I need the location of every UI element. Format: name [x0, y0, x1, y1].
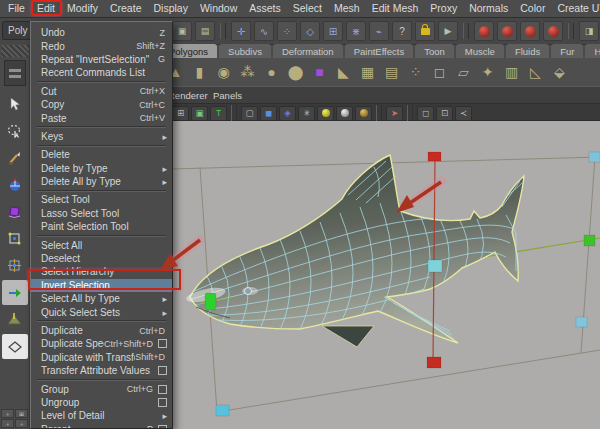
- poly-extrude-icon[interactable]: ✦: [476, 60, 499, 84]
- poly-grid-icon[interactable]: ▥: [500, 60, 523, 84]
- separate-view-icon[interactable]: ≺: [455, 106, 472, 121]
- poly-coins-icon[interactable]: ⁘: [404, 60, 427, 84]
- menu-edit-mesh[interactable]: Edit Mesh: [366, 0, 425, 17]
- menu-item-copy[interactable]: CopyCtrl+C: [31, 98, 172, 111]
- shelf-tab-toon[interactable]: Toon: [415, 44, 454, 58]
- shelf-tab-subdivs[interactable]: Subdivs: [219, 44, 271, 58]
- wireframe-mode-icon[interactable]: ▢: [241, 106, 258, 121]
- poly-bend-icon[interactable]: ⬙: [548, 60, 571, 84]
- option-box-icon[interactable]: [158, 366, 167, 375]
- menu-item-duplicate-with-transform[interactable]: Duplicate with TransformShift+D: [31, 351, 172, 364]
- menu-item-select-all[interactable]: Select All: [31, 238, 172, 251]
- status-group-divider[interactable]: [568, 23, 574, 39]
- menu-item-paint-selection-tool[interactable]: Paint Selection Tool: [31, 220, 172, 233]
- menu-normals[interactable]: Normals: [463, 0, 514, 17]
- menu-item-select-all-by-type[interactable]: Select All by Type: [31, 292, 172, 305]
- film-gate-icon[interactable]: ▣: [191, 106, 208, 121]
- status-group-divider[interactable]: [463, 23, 469, 39]
- heads-up-display-icon[interactable]: T: [210, 106, 227, 121]
- input-connections-icon[interactable]: ⋇: [346, 21, 366, 41]
- poly-cube-purple-icon[interactable]: ■: [308, 60, 331, 84]
- option-box-icon[interactable]: [158, 398, 167, 407]
- default-material-icon[interactable]: [317, 106, 334, 121]
- select-tool-icon[interactable]: [2, 91, 28, 116]
- all-lights-icon[interactable]: ✳: [298, 106, 315, 121]
- menu-item-group[interactable]: GroupCtrl+G: [31, 382, 172, 395]
- menu-item-lasso-select-tool[interactable]: Lasso Select Tool: [31, 207, 172, 220]
- menu-item-transfer-attribute-values[interactable]: Transfer Attribute Values: [31, 364, 172, 377]
- shelf-tab-hair[interactable]: Hair: [585, 44, 600, 58]
- menu-item-deselect[interactable]: Deselect: [31, 252, 172, 265]
- poly-boolean-icon[interactable]: ▤: [380, 60, 403, 84]
- layout-four-pane-button[interactable]: ⊞: [15, 409, 28, 418]
- panel-menu-panels[interactable]: Panels: [213, 87, 242, 104]
- menu-item-redo[interactable]: RedoShift+Z: [31, 39, 172, 52]
- ipr-render-icon[interactable]: [497, 21, 517, 41]
- textured-ball-icon[interactable]: [355, 106, 372, 121]
- snap-to-grid-icon[interactable]: ✛: [231, 21, 251, 41]
- poly-ball-icon[interactable]: ⬤: [284, 60, 307, 84]
- sidebar-toggle-icon[interactable]: ◨: [579, 21, 599, 41]
- select-hierarchy-mask-icon[interactable]: ▣: [172, 21, 192, 41]
- active-tool-icon[interactable]: [2, 280, 28, 305]
- shelf-tab-muscle[interactable]: Muscle: [456, 44, 504, 58]
- universal-manipulator-icon[interactable]: [2, 253, 28, 278]
- menu-mesh[interactable]: Mesh: [328, 0, 366, 17]
- panel-menu-renderer[interactable]: Renderer: [168, 87, 208, 104]
- layout-hypershade-button[interactable]: ＋: [15, 419, 28, 428]
- option-box-icon[interactable]: [158, 339, 167, 348]
- menu-proxy[interactable]: Proxy: [424, 0, 463, 17]
- rotate-tool-icon[interactable]: [2, 199, 28, 224]
- menu-item-parent[interactable]: ParentP: [31, 423, 172, 429]
- make-live-icon[interactable]: ⊞: [323, 21, 343, 41]
- menu-modify[interactable]: Modify: [61, 0, 104, 17]
- highlight-selection-icon[interactable]: ▶: [438, 21, 458, 41]
- menu-edit[interactable]: Edit: [31, 0, 61, 17]
- menu-item-cut[interactable]: CutCtrl+X: [31, 85, 172, 98]
- snap-to-point-icon[interactable]: ⁘: [277, 21, 297, 41]
- poly-scatter-icon[interactable]: ⁂: [236, 60, 259, 84]
- poly-sphere-icon[interactable]: ◉: [212, 60, 235, 84]
- shelf-tab-fluids[interactable]: Fluids: [506, 44, 549, 58]
- menu-item-repeat[interactable]: Repeat "InvertSelection"G: [31, 53, 172, 66]
- shelf-tab-painteffects[interactable]: PaintEffects: [345, 44, 414, 58]
- poly-wedge-icon[interactable]: ◣: [332, 60, 355, 84]
- menu-item-select-tool[interactable]: Select Tool: [31, 193, 172, 206]
- option-box-icon[interactable]: [158, 425, 167, 429]
- menu-item-keys[interactable]: Keys: [31, 130, 172, 143]
- camera-gate-icon[interactable]: ⊡: [436, 106, 453, 121]
- lasso-select-tool-icon[interactable]: [2, 118, 28, 143]
- show-manipulator-icon[interactable]: [2, 334, 28, 359]
- menu-item-delete[interactable]: Delete: [31, 148, 172, 161]
- render-view-icon[interactable]: [474, 21, 494, 41]
- menu-item-duplicate-special[interactable]: Duplicate SpecialCtrl+Shift+D: [31, 337, 172, 350]
- shading-ball-icon[interactable]: [336, 106, 353, 121]
- render-settings-icon[interactable]: [520, 21, 540, 41]
- shelf-tab-deformation[interactable]: Deformation: [273, 44, 343, 58]
- shark-model[interactable]: [185, 155, 524, 343]
- poly-combine-icon[interactable]: ▦: [356, 60, 379, 84]
- poly-planes-icon[interactable]: ▱: [452, 60, 475, 84]
- menu-item-ungroup[interactable]: Ungroup: [31, 396, 172, 409]
- shark-far-fin[interactable]: [322, 326, 374, 347]
- select-object-mask-icon[interactable]: ▤: [195, 21, 215, 41]
- snap-to-plane-icon[interactable]: ◇: [300, 21, 320, 41]
- toolbox-drag-handle[interactable]: [1, 45, 29, 57]
- menu-assets[interactable]: Assets: [243, 0, 287, 17]
- shelf-tab-fur[interactable]: Fur: [551, 44, 583, 58]
- hypershade-icon[interactable]: [543, 21, 563, 41]
- lock-icon[interactable]: [415, 21, 435, 41]
- menu-item-level-of-detail[interactable]: Level of Detail: [31, 409, 172, 422]
- menu-file[interactable]: File: [2, 0, 31, 17]
- menu-window[interactable]: Window: [194, 0, 243, 17]
- layout-single-pane-button[interactable]: ＋: [1, 409, 14, 418]
- menu-item-paste[interactable]: PasteCtrl+V: [31, 111, 172, 124]
- layout-persp-outliner-button[interactable]: ＋: [1, 419, 14, 428]
- status-group-divider[interactable]: [220, 23, 226, 39]
- poly-sphere2-icon[interactable]: ●: [260, 60, 283, 84]
- menu-item-delete-by-type[interactable]: Delete by Type: [31, 162, 172, 175]
- menu-item-duplicate[interactable]: DuplicateCtrl+D: [31, 324, 172, 337]
- textured-mode-icon[interactable]: ◈: [279, 106, 296, 121]
- shaded-mode-icon[interactable]: ◼: [260, 106, 277, 121]
- quick-layout-widget[interactable]: [4, 60, 26, 86]
